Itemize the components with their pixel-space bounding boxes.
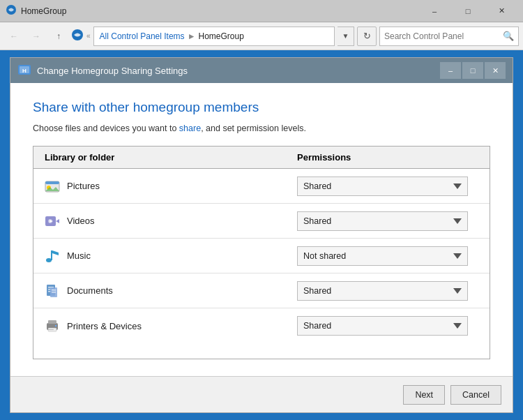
breadcrumb-icon [71, 29, 84, 43]
breadcrumb-homegroup: HomeGroup [199, 31, 244, 41]
printers-permission-select[interactable]: Shared Not shared [297, 316, 468, 336]
library-name-music: Music [67, 250, 91, 261]
dialog-minimize-button[interactable]: – [440, 62, 461, 79]
breadcrumb-separator-1: « [86, 32, 91, 40]
videos-icon [45, 213, 60, 229]
app-icon [6, 4, 17, 17]
search-icon[interactable]: 🔍 [503, 31, 514, 41]
row-permissions-printers[interactable]: Shared Not shared [297, 316, 478, 336]
column-header-permissions: Permissions [297, 152, 478, 163]
row-permissions-pictures[interactable]: Shared Not shared [297, 177, 478, 196]
svg-rect-22 [48, 320, 56, 324]
videos-permission-select[interactable]: Shared Not shared [297, 211, 468, 231]
music-permission-select[interactable]: Shared Not shared [297, 246, 468, 266]
maximize-button[interactable]: □ [452, 0, 484, 22]
library-name-videos: Videos [67, 216, 95, 226]
printers-icon [45, 318, 60, 333]
dialog-title-text: Change Homegroup Sharing Settings [37, 66, 188, 76]
search-input[interactable] [384, 31, 503, 41]
row-library-music: Music [45, 248, 297, 264]
path-separator: ► [188, 31, 196, 41]
dialog-footer: Next Cancel [10, 376, 513, 412]
subtitle-after: , and set permission levels. [201, 123, 306, 133]
window-titlebar: HomeGroup – □ ✕ [0, 0, 523, 22]
address-path[interactable]: All Control Panel Items ► HomeGroup [93, 27, 335, 46]
share-table: Library or folder Permissions Pictures [33, 146, 490, 359]
cancel-button[interactable]: Cancel [450, 385, 501, 405]
breadcrumb-control-panel[interactable]: All Control Panel Items [100, 31, 185, 41]
row-library-pictures: Pictures [45, 179, 297, 194]
dialog-close-button[interactable]: ✕ [485, 62, 506, 79]
documents-icon [45, 283, 60, 299]
column-header-library: Library or folder [45, 152, 297, 163]
table-row: Pictures Shared Not shared [33, 169, 490, 204]
next-button[interactable]: Next [403, 385, 445, 405]
dialog-title-left: H Change Homegroup Sharing Settings [17, 63, 188, 79]
table-row: Music Shared Not shared [33, 239, 490, 273]
row-permissions-documents[interactable]: Shared Not shared [297, 281, 478, 301]
row-library-printers: Printers & Devices [45, 318, 297, 333]
minimize-button[interactable]: – [418, 0, 450, 22]
dialog-content: Share with other homegroup members Choos… [10, 83, 513, 376]
subtitle-share: share [179, 123, 201, 133]
refresh-button[interactable]: ↻ [357, 27, 377, 46]
table-row: Printers & Devices Shared Not shared [33, 308, 490, 343]
dialog-titlebar-controls: – □ ✕ [440, 62, 506, 79]
svg-rect-20 [52, 292, 56, 293]
row-permissions-videos[interactable]: Shared Not shared [297, 211, 478, 231]
back-button[interactable]: ← [4, 27, 24, 46]
library-name-printers: Printers & Devices [67, 321, 142, 331]
dialog-maximize-button[interactable]: □ [462, 62, 483, 79]
close-button[interactable]: ✕ [485, 0, 517, 22]
dialog-icon: H [17, 63, 31, 79]
row-library-videos: Videos [45, 213, 297, 229]
svg-rect-13 [51, 250, 52, 260]
titlebar-controls: – □ ✕ [418, 0, 517, 22]
dialog-titlebar: H Change Homegroup Sharing Settings – □ … [10, 58, 513, 83]
pictures-icon [45, 179, 60, 194]
search-box[interactable]: 🔍 [379, 27, 519, 46]
address-dropdown[interactable]: ▼ [338, 27, 354, 46]
pictures-permission-select[interactable]: Shared Not shared [297, 177, 468, 196]
up-button[interactable]: ↑ [49, 27, 68, 46]
svg-point-12 [46, 258, 52, 262]
table-header: Library or folder Permissions [33, 147, 490, 169]
browser-window: H Change Homegroup Sharing Settings – □ … [10, 57, 513, 413]
forward-button[interactable]: → [26, 27, 46, 46]
subtitle-before: Choose files and devices you want to [33, 123, 179, 133]
library-name-documents: Documents [67, 285, 113, 296]
library-name-pictures: Pictures [67, 181, 100, 191]
music-icon [45, 248, 60, 264]
svg-rect-19 [52, 290, 56, 291]
svg-rect-24 [55, 325, 56, 327]
documents-permission-select[interactable]: Shared Not shared [297, 281, 468, 301]
row-library-documents: Documents [45, 283, 297, 299]
svg-rect-6 [45, 181, 59, 184]
window-title: HomeGroup [21, 6, 418, 16]
table-row: Videos Shared Not shared [33, 204, 490, 239]
table-row: Documents Shared Not shared [33, 273, 490, 308]
row-permissions-music[interactable]: Shared Not shared [297, 246, 478, 266]
dialog-subtitle: Choose files and devices you want to sha… [33, 123, 490, 133]
svg-marker-9 [56, 219, 59, 223]
svg-rect-25 [48, 329, 54, 330]
dialog-heading: Share with other homegroup members [33, 100, 490, 115]
svg-text:H: H [22, 68, 26, 74]
address-bar: ← → ↑ « All Control Panel Items ► HomeGr… [0, 22, 523, 50]
